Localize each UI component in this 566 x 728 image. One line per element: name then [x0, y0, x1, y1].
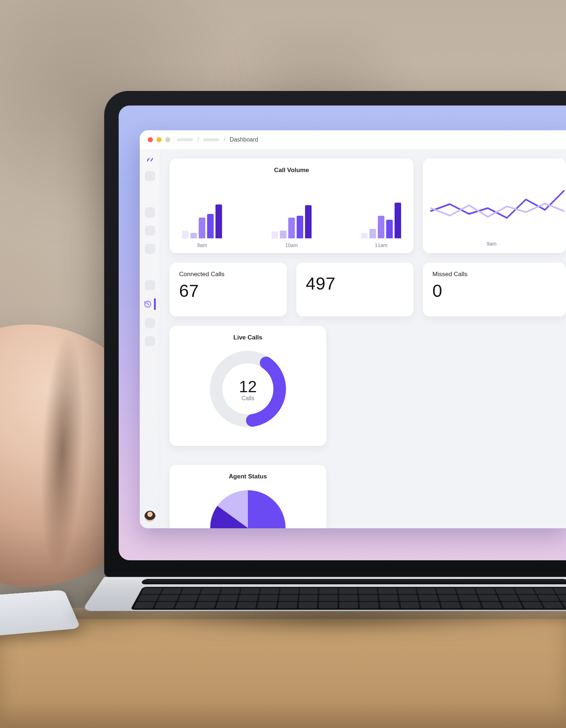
- laptop-keyboard: [130, 587, 566, 610]
- card-title: Call Volume: [179, 167, 404, 174]
- sidebar-item-history[interactable]: [144, 298, 156, 310]
- bar: [378, 216, 384, 238]
- connected-calls-card: Connected Calls 67: [170, 263, 287, 317]
- sidebar-item[interactable]: [145, 171, 155, 181]
- bar: [182, 231, 189, 238]
- window-controls: [148, 137, 170, 142]
- kpi-value: 67: [179, 281, 277, 301]
- user-avatar[interactable]: [145, 511, 155, 522]
- donut-center: 12 Calls: [206, 347, 290, 432]
- bar: [215, 204, 222, 238]
- call-volume-card: Call Volume 9am10am11am: [170, 159, 413, 253]
- bar: [369, 229, 376, 238]
- bar: [280, 231, 286, 238]
- sidebar-item[interactable]: [145, 226, 155, 236]
- history-icon: [144, 300, 152, 308]
- missed-calls-card: Missed Calls 0: [423, 263, 566, 317]
- axis-tick-label: 10am: [285, 242, 298, 248]
- breadcrumb-separator: /: [223, 136, 225, 143]
- app-window: / / Dashboard: [140, 130, 566, 528]
- bar: [305, 205, 312, 238]
- bar: [272, 231, 278, 238]
- kpi-value: 497: [306, 274, 404, 294]
- line-chart: 9am: [423, 167, 566, 248]
- live-calls-value: 12: [239, 378, 257, 396]
- agent-status-card: Agent Status: [170, 465, 326, 528]
- axis-tick-label: 9am: [487, 241, 496, 247]
- bar: [386, 220, 393, 239]
- breadcrumb-current: Dashboard: [230, 136, 258, 143]
- pie-slice: [248, 490, 286, 529]
- breadcrumb-segment[interactable]: [203, 138, 219, 141]
- kpi-value: 0: [432, 281, 557, 301]
- bar: [207, 214, 214, 238]
- line-chart-card: 9am: [423, 159, 566, 253]
- agent-status-chart: [206, 486, 290, 528]
- minimize-window-button[interactable]: [157, 137, 162, 142]
- bar-group: 10am: [272, 201, 312, 248]
- bar: [199, 218, 205, 238]
- laptop-keyboard-deck: [81, 577, 566, 611]
- dashboard-canvas: Call Volume 9am10am11am 9am: [160, 149, 566, 528]
- laptop-screen: / / Dashboard: [119, 106, 566, 560]
- titlebar: / / Dashboard: [140, 130, 566, 149]
- bar-group: 11am: [361, 201, 401, 248]
- app-logo-icon: [146, 156, 154, 163]
- card-title: Live Calls: [233, 334, 262, 341]
- kpi-title: Missed Calls: [432, 271, 557, 278]
- axis-tick-label: 11am: [375, 242, 387, 248]
- sidebar-gap: [145, 262, 155, 272]
- sidebar-item[interactable]: [145, 336, 155, 346]
- laptop-hinge: [140, 579, 566, 584]
- sidebar-active-indicator: [154, 298, 156, 310]
- bar: [297, 216, 303, 238]
- live-calls-unit: Calls: [241, 395, 254, 402]
- bar-group: 9am: [182, 201, 222, 248]
- bar: [288, 218, 295, 238]
- sidebar-item[interactable]: [145, 318, 155, 328]
- breadcrumb: / / Dashboard: [177, 136, 258, 143]
- axis-tick-label: 9am: [197, 242, 207, 248]
- live-calls-card: Live Calls 12 Calls: [170, 326, 326, 446]
- call-volume-chart: 9am10am11am: [179, 174, 404, 248]
- bar: [190, 233, 197, 238]
- kpi-title: Connected Calls: [179, 271, 277, 278]
- laptop-lid: / / Dashboard: [104, 91, 566, 577]
- sidebar-item[interactable]: [145, 207, 155, 218]
- card-title: Agent Status: [229, 473, 267, 480]
- sidebar: [140, 149, 160, 528]
- kpi-card: 497: [296, 263, 413, 317]
- zoom-window-button[interactable]: [165, 137, 170, 142]
- breadcrumb-separator: /: [197, 136, 199, 143]
- bar: [361, 233, 368, 238]
- sidebar-item[interactable]: [145, 280, 155, 290]
- sidebar-item[interactable]: [145, 244, 155, 254]
- laptop: / / Dashboard: [104, 91, 566, 632]
- sidebar-gap: [145, 189, 155, 199]
- breadcrumb-segment[interactable]: [177, 138, 193, 141]
- close-window-button[interactable]: [148, 137, 153, 142]
- bar: [395, 203, 401, 238]
